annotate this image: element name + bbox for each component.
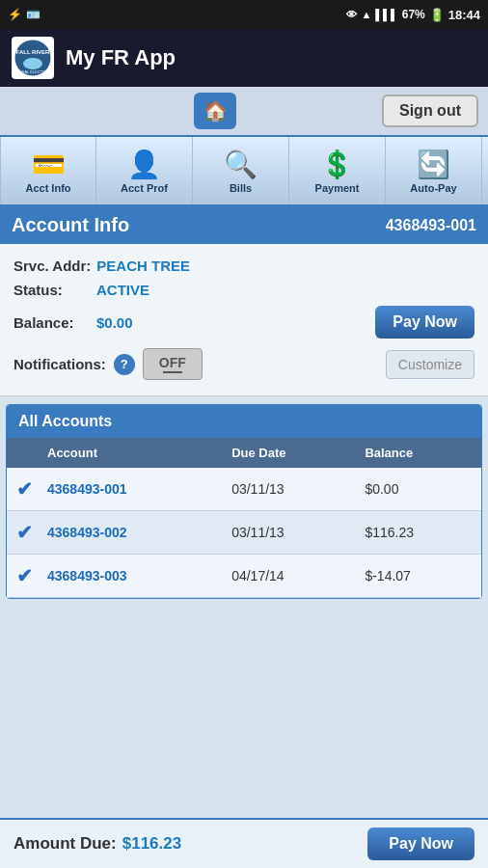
app-title: My FR App (66, 45, 176, 70)
app-header: FALL RIVER RURAL ELECTRIC My FR App (0, 29, 488, 87)
usb-icon: ⚡ (8, 8, 22, 21)
status-icons-left: ⚡ 🪪 (8, 8, 41, 21)
top-nav-bar: 🏠 Sign out (0, 87, 488, 137)
home-button[interactable]: 🏠 (194, 93, 236, 129)
nav-acct-prof[interactable]: 👤 Acct Prof (96, 137, 193, 204)
table-row[interactable]: ✔ 4368493-001 03/11/13 $0.00 (7, 468, 481, 511)
pay-now-bottom-button[interactable]: Pay Now (367, 827, 474, 860)
customize-button[interactable]: Customize (386, 350, 474, 379)
balance-cell: $-14.07 (359, 555, 481, 598)
balance-value: $0.00 (96, 314, 133, 331)
col-due-date: Due Date (226, 438, 359, 468)
status-label: Status: (14, 282, 91, 298)
help-icon[interactable]: ? (114, 354, 135, 375)
balance-label: Balance: (14, 314, 91, 331)
toggle-label: OFF (159, 355, 186, 370)
bottom-bar: Amount Due: $116.23 Pay Now (0, 818, 488, 868)
check-cell: ✔ (7, 468, 41, 511)
col-check (7, 438, 41, 468)
signal-icon: ▌▌▌ (375, 9, 397, 20)
due-date-cell: 03/11/13 (226, 468, 359, 511)
table-header-row: Account Due Date Balance (7, 438, 481, 468)
nav-bills[interactable]: 🔍 Bills (193, 137, 289, 204)
svg-text:RURAL ELECTRIC: RURAL ELECTRIC (16, 69, 49, 74)
account-link[interactable]: 4368493-003 (47, 568, 127, 583)
wifi-icon: ▲ (361, 9, 371, 20)
table-row[interactable]: ✔ 4368493-003 04/17/14 $-14.07 (7, 555, 481, 598)
clock: 18:44 (448, 8, 480, 22)
battery-icon: 🔋 (429, 8, 445, 22)
account-info-title: Account Info (12, 214, 129, 236)
payment-icon: 💲 (320, 149, 354, 180)
account-link[interactable]: 4368493-002 (47, 525, 127, 540)
nav-autopay[interactable]: 🔄 Auto-Pay (386, 137, 482, 204)
account-link[interactable]: 4368493-001 (47, 481, 127, 497)
account-details: Srvc. Addr: PEACH TREE Status: ACTIVE Ba… (0, 244, 488, 396)
account-cell[interactable]: 4368493-002 (41, 511, 226, 555)
status-value: ACTIVE (96, 282, 149, 298)
table-row[interactable]: ✔ 4368493-002 03/11/13 $116.23 (7, 511, 481, 555)
svg-text:FALL RIVER: FALL RIVER (16, 49, 51, 55)
all-accounts-title: All Accounts (18, 413, 112, 429)
svc-addr-value: PEACH TREE (96, 258, 190, 274)
acct-info-icon: 💳 (32, 149, 66, 180)
nav-acct-info[interactable]: 💳 Acct Info (0, 137, 96, 204)
account-number: 4368493-001 (386, 217, 476, 234)
check-icon: ✔ (16, 565, 33, 586)
account-cell[interactable]: 4368493-001 (41, 468, 226, 511)
due-date-cell: 04/17/14 (226, 555, 359, 598)
amount-due-label: Amount Due: (14, 834, 117, 854)
nav-payment[interactable]: 💲 Payment (289, 137, 386, 204)
eye-icon: 👁 (346, 9, 357, 20)
notifications-row: Notifications: ? OFF Customize (14, 342, 474, 386)
balance-cell: $116.23 (359, 511, 481, 555)
autopay-label: Auto-Pay (410, 182, 456, 194)
col-account: Account (41, 438, 226, 468)
svc-addr-row: Srvc. Addr: PEACH TREE (14, 254, 474, 278)
amount-due-value: $116.23 (122, 834, 181, 854)
due-date-cell: 03/11/13 (226, 511, 359, 555)
sim-icon: 🪪 (26, 8, 41, 21)
check-icon: ✔ (16, 522, 33, 543)
account-cell[interactable]: 4368493-003 (41, 555, 226, 598)
notifications-label: Notifications: (14, 356, 106, 372)
acct-prof-label: Acct Prof (121, 182, 168, 194)
balance-row: Balance: $0.00 Pay Now (14, 302, 474, 342)
all-accounts-section: All Accounts Account Due Date Balance ✔ … (6, 404, 482, 599)
balance-cell: $0.00 (359, 468, 481, 511)
svc-addr-label: Srvc. Addr: (14, 258, 91, 274)
toggle-line (163, 371, 182, 373)
account-info-header: Account Info 4368493-001 (0, 206, 488, 244)
accounts-table: Account Due Date Balance ✔ 4368493-001 0… (7, 438, 481, 598)
bills-label: Bills (230, 182, 252, 194)
nav-more (482, 137, 488, 204)
col-balance: Balance (359, 438, 481, 468)
status-row: Status: ACTIVE (14, 278, 474, 302)
signout-button[interactable]: Sign out (382, 95, 478, 127)
check-cell: ✔ (7, 511, 41, 555)
all-accounts-header: All Accounts (7, 405, 481, 438)
battery-percent: 67% (402, 8, 425, 21)
status-bar: ⚡ 🪪 👁 ▲ ▌▌▌ 67% 🔋 18:44 (0, 0, 488, 29)
bills-icon: 🔍 (224, 149, 258, 180)
payment-label: Payment (315, 182, 360, 194)
autopay-icon: 🔄 (417, 149, 450, 180)
nav-icons-bar: 💳 Acct Info 👤 Acct Prof 🔍 Bills 💲 Paymen… (0, 137, 488, 206)
pay-now-button[interactable]: Pay Now (375, 306, 474, 339)
status-icons-right: 👁 ▲ ▌▌▌ 67% 🔋 18:44 (346, 8, 480, 22)
acct-prof-icon: 👤 (127, 149, 161, 180)
check-icon: ✔ (16, 478, 33, 500)
check-cell: ✔ (7, 555, 41, 598)
app-logo: FALL RIVER RURAL ELECTRIC (12, 37, 54, 79)
acct-info-label: Acct Info (25, 182, 70, 194)
notifications-toggle[interactable]: OFF (143, 348, 203, 380)
